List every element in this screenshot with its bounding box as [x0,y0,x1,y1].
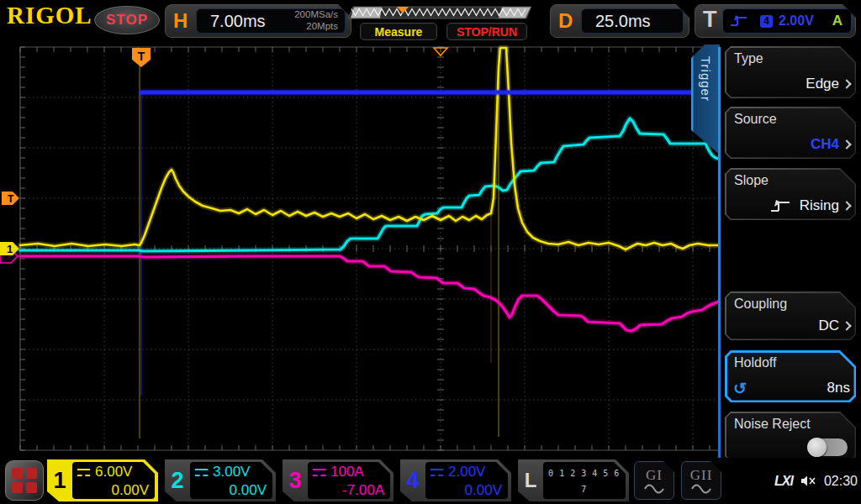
channel1-box[interactable]: 1 6.00V 0.00V [47,459,158,501]
rising-edge-icon [730,14,748,28]
delay-label: D [558,9,573,33]
horizontal-preview-waveform[interactable] [348,5,531,20]
sine-wave-icon [644,484,664,494]
bottom-status-bar: 1 6.00V 0.00V 2 3.00V 0.00V 3 100A -7.00… [0,458,861,504]
stop-run-button[interactable]: STOP/RUN [446,23,527,40]
digital-row-0-7: 0 1 2 3 4 5 6 7 [548,465,620,497]
lxi-logo: LXI [774,474,793,489]
chevron-right-icon [842,201,851,210]
menu-item-noise-reject[interactable]: Noise Reject [725,412,856,462]
chevron-right-icon [842,139,851,149]
ch3-scale: 100A [330,464,364,480]
run-state-badge: STOP [94,6,160,34]
ch2-scale: 3.00V [213,464,250,480]
dc-coupling-icon [430,469,443,476]
horizontal-label: H [173,9,188,33]
ch1-offset: 0.00V [77,481,149,500]
channel2-box[interactable]: 2 3.00V 0.00V [165,459,276,501]
trigger-status-label: T [703,7,717,33]
horizontal-block[interactable]: H 7.00ms 200MSa/s 20Mpts [165,4,351,38]
chevron-right-icon [842,79,851,88]
channel4-box[interactable]: 4 2.00V 0.00V [400,459,511,501]
svg-text:1: 1 [7,243,13,255]
oscilloscope-screen: 1TT RIGOL STOP H 7.00ms 200MSa/s 20Mpts … [0,0,861,504]
svg-text:T: T [8,193,14,205]
ch1-scale: 6.00V [95,464,132,480]
svg-text:T: T [138,50,145,63]
rising-edge-icon [769,199,791,213]
logic-channels-box[interactable]: L 0 1 2 3 4 5 6 7 8 9 10 11 12 13 14 15 [518,459,629,501]
trigger-source-badge: 4 [760,15,773,28]
ch4-offset: 0.00V [430,481,502,500]
top-status-bar: RIGOL STOP H 7.00ms 200MSa/s 20Mpts Meas… [0,0,861,42]
clock: 02:30 [824,474,858,489]
dc-coupling-icon [195,469,208,476]
menu-item-holdoff[interactable]: Holdoff ↺ 8ns [725,350,856,402]
ch2-offset: 0.00V [195,481,267,500]
dc-coupling-icon [313,469,325,476]
acquisition-info: 200MSa/s 20Mpts [294,9,338,33]
traces [20,48,719,438]
sine-wave-icon [691,484,711,494]
menu-item-coupling[interactable]: Coupling DC [725,291,856,340]
chevron-right-icon [842,321,851,330]
rigol-logo: RIGOL [7,2,92,29]
trigger-level-value: 2.00V [779,13,814,29]
app-menu-button[interactable] [5,460,44,501]
knob-rotate-icon: ↺ [733,379,747,398]
timebase-value: 7.00ms [210,12,266,31]
dc-coupling-icon [77,469,90,476]
speaker-muted-icon[interactable] [800,475,816,487]
delay-value: 25.0ms [595,12,651,31]
menu-item-type[interactable]: Type Edge [725,46,856,98]
digital-row-8-15: 8 9 10 11 12 13 14 15 [548,497,620,504]
app-grid-icon [12,468,37,493]
trigger-menu-panel: Type Edge Source CH4 Slope Rising Coupli… [720,42,861,470]
menu-item-source[interactable]: Source CH4 [725,107,856,159]
channel3-box[interactable]: 3 100A -7.00A [283,459,394,501]
ch3-offset: -7.00A [313,481,384,500]
ch3-trace [20,256,719,331]
delay-block[interactable]: D 25.0ms [550,4,689,38]
menu-item-slope[interactable]: Slope Rising [725,168,856,220]
trigger-status-block[interactable]: T 4 2.00V A [695,4,856,38]
noise-reject-toggle[interactable] [807,438,848,456]
gen1-button[interactable]: GI [634,461,674,500]
menu-panel-border [718,47,721,470]
ch4-scale: 2.00V [448,464,485,480]
gen2-button[interactable]: GII [681,461,721,500]
measure-button[interactable]: Measure [360,23,437,40]
trigger-mode-auto: A [832,13,843,29]
